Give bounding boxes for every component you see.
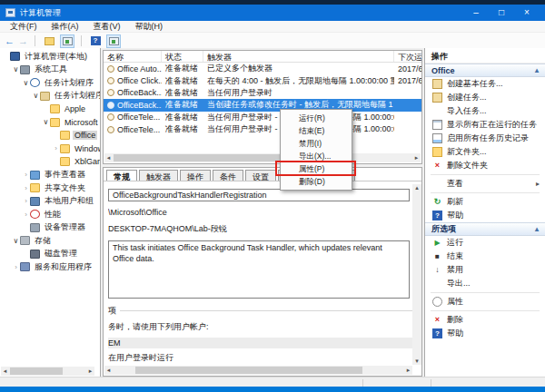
action-export[interactable]: 导出... <box>425 277 545 290</box>
scroll-left-icon[interactable]: ◂ <box>104 367 113 374</box>
collapsed-chevron-icon[interactable]: › <box>52 144 60 152</box>
menu-item-export[interactable]: 导出(X)... <box>281 150 352 162</box>
scroll-thumb[interactable] <box>10 368 63 375</box>
tree-item-apple[interactable]: Apple <box>0 103 100 116</box>
collapsed-chevron-icon[interactable]: › <box>22 197 30 205</box>
tree-item-windows[interactable]: ›Windows <box>0 142 100 156</box>
action-create-basic-task[interactable]: 创建基本任务... <box>425 77 545 91</box>
action-delete-folder[interactable]: ×删除文件夹 <box>425 159 545 172</box>
help-icon[interactable]: ? <box>88 34 103 48</box>
tree-item-performance[interactable]: ›性能 <box>0 208 100 221</box>
action-create-task[interactable]: 创建任务... <box>425 91 545 104</box>
column-header-0[interactable]: 名称 <box>104 51 162 62</box>
tree-item-device-manager[interactable]: 设备管理器 <box>0 221 100 235</box>
tree-item-event-viewer[interactable]: ›事件查看器 <box>0 169 100 182</box>
show-action-pane-icon[interactable] <box>106 34 121 48</box>
tree-item-system-tools[interactable]: ∨系统工具 <box>0 64 100 77</box>
title-bar[interactable]: 计算机管理 – □ × <box>0 5 545 21</box>
task-row[interactable]: Office Auto...准备就绪已定义多个触发器2017/6 <box>104 63 421 74</box>
tree-item-task-scheduler[interactable]: ∨任务计划程序 <box>0 76 100 90</box>
scroll-thumb[interactable] <box>135 367 362 374</box>
expanded-chevron-icon[interactable]: ∨ <box>22 79 30 87</box>
tree-item-services-applications[interactable]: ›服务和应用程序 <box>0 260 100 274</box>
action-view[interactable]: 查看▸ <box>425 177 545 191</box>
tree-item-local-users-groups[interactable]: ›本地用户和组 <box>0 195 100 209</box>
scroll-right-icon[interactable]: ▸ <box>404 367 412 374</box>
action-end[interactable]: ■结束 <box>425 250 545 263</box>
maximize-button[interactable]: □ <box>489 5 514 21</box>
actions-section-header-0[interactable]: Office▴ <box>425 64 545 77</box>
tab-4[interactable]: 设置 <box>245 170 276 181</box>
expanded-chevron-icon[interactable]: ∨ <box>12 237 20 245</box>
tree-item-microsoft[interactable]: ∨Microsoft <box>0 116 100 130</box>
collapse-icon[interactable]: ▴ <box>535 66 539 74</box>
task-row[interactable]: OfficeTele...准备就绪当任何用户登录时 - 触发后，无限期地每隔 1… <box>104 112 421 123</box>
scroll-down-icon[interactable]: ▾ <box>415 358 419 365</box>
action-run[interactable]: ▶运行 <box>425 236 545 250</box>
tree-item-task-scheduler-library[interactable]: ∨任务计划程序库 <box>0 90 100 103</box>
tab-3[interactable]: 条件 <box>213 170 243 181</box>
menu-item-run[interactable]: 运行(R) <box>281 112 352 124</box>
scroll-right-icon[interactable]: ▸ <box>412 154 421 162</box>
logon-option-label[interactable]: 在用户登录时运行 <box>108 352 412 364</box>
scroll-up-icon[interactable]: ▴ <box>415 184 419 191</box>
expanded-chevron-icon[interactable]: ∨ <box>42 118 50 126</box>
expanded-chevron-icon[interactable]: ∨ <box>12 65 20 74</box>
scroll-left-icon[interactable]: ◂ <box>1 368 9 375</box>
back-icon[interactable]: ← <box>5 35 15 46</box>
scroll-left-icon[interactable]: ◂ <box>104 154 113 162</box>
action-disable[interactable]: ↓禁用 <box>425 263 545 277</box>
column-header-1[interactable]: 状态 <box>162 51 203 62</box>
column-header-2[interactable]: 触发器 <box>203 51 394 62</box>
menu-item-1[interactable]: 操作(A) <box>45 21 86 33</box>
tree-item-disk-management[interactable]: 磁盘管理 <box>0 248 100 261</box>
menu-item-2[interactable]: 查看(V) <box>86 21 128 33</box>
show-console-tree-icon[interactable] <box>42 34 56 48</box>
tab-2[interactable]: 操作 <box>180 170 211 181</box>
collapsed-chevron-icon[interactable]: › <box>12 263 20 271</box>
collapsed-chevron-icon[interactable]: › <box>22 211 30 219</box>
action-import-task[interactable]: 导入任务... <box>425 104 545 118</box>
show-hide-pane-icon[interactable] <box>60 34 74 48</box>
task-row[interactable]: OfficeBack...准备就绪当任何用户登录时 <box>104 87 421 99</box>
tree-horizontal-scrollbar[interactable]: ◂ ▸ <box>1 367 94 376</box>
task-name-field[interactable]: OfficeBackgroundTaskHandlerRegistration <box>108 189 410 201</box>
tree-item-office[interactable]: Office <box>0 129 100 142</box>
tree-item-xblgamesave[interactable]: XblGameSa <box>0 155 100 169</box>
task-row[interactable]: Office Click...准备就绪在每天的 4:00 - 触发后，无限期地每… <box>104 74 421 86</box>
tree-item-computer-management[interactable]: 计算机管理(本地) <box>0 50 100 64</box>
action-display-running-tasks[interactable]: 显示所有正在运行的任务 <box>425 118 545 132</box>
scroll-right-icon[interactable]: ▸ <box>86 368 94 375</box>
collapsed-chevron-icon[interactable]: › <box>22 184 30 192</box>
minimize-button[interactable]: – <box>463 5 489 21</box>
task-list-horizontal-scrollbar[interactable]: ◂ ▸ <box>104 153 421 162</box>
detail-vertical-scrollbar[interactable]: ▴ ▾ <box>412 184 421 365</box>
expanded-chevron-icon[interactable]: ∨ <box>32 92 40 100</box>
tab-0[interactable]: 常规 <box>106 170 137 181</box>
task-row[interactable]: OfficeTele...准备就绪当任何用户登录时 - 触发后，无限期地每隔 1… <box>104 123 421 135</box>
menu-item-disable[interactable]: 禁用(I) <box>281 137 352 150</box>
forward-icon[interactable]: → <box>18 35 28 46</box>
menu-item-3[interactable]: 帮助(H) <box>128 21 171 33</box>
collapsed-chevron-icon[interactable]: › <box>22 171 30 179</box>
action-enable-task-history[interactable]: 启用所有任务历史记录 <box>425 132 545 145</box>
action-delete[interactable]: ×删除 <box>425 313 545 327</box>
action-help[interactable]: ?帮助 <box>425 209 545 222</box>
task-description-field[interactable]: This task initiates Office Background Ta… <box>108 240 410 299</box>
tree-item-storage[interactable]: ∨存储 <box>0 234 100 248</box>
tab-1[interactable]: 触发器 <box>139 170 178 181</box>
detail-horizontal-scrollbar[interactable]: ◂ ▸ <box>104 366 412 375</box>
menu-item-0[interactable]: 文件(F) <box>3 21 45 33</box>
menu-item-end[interactable]: 结束(E) <box>281 124 352 137</box>
action-help-selected[interactable]: ?帮助 <box>425 327 545 340</box>
menu-item-properties[interactable]: 属性(P) <box>281 162 352 175</box>
actions-section-header-1[interactable]: 所选项▴ <box>425 222 545 236</box>
action-properties[interactable]: 属性 <box>425 295 545 309</box>
tree-item-shared-folders[interactable]: ›共享文件夹 <box>0 181 100 195</box>
close-button[interactable]: × <box>514 5 540 21</box>
task-row[interactable]: OfficeBack...准备就绪当创建任务或修改任务时 - 触发后，无限期地每… <box>104 99 421 111</box>
collapse-icon[interactable]: ▴ <box>535 225 539 233</box>
menu-item-delete[interactable]: 删除(D) <box>281 175 352 188</box>
action-refresh[interactable]: ↻刷新 <box>425 195 545 209</box>
action-new-folder[interactable]: 新文件夹... <box>425 145 545 159</box>
